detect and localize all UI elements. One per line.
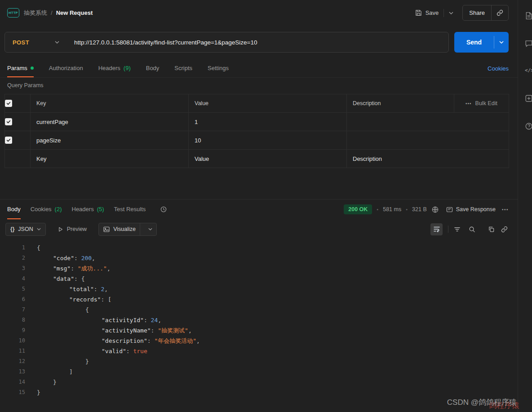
- line-number: 3: [0, 263, 25, 274]
- line-number: 9: [0, 325, 25, 336]
- code-line: 15}: [0, 387, 518, 398]
- send-label: Send: [454, 39, 494, 46]
- url-container: POST: [4, 32, 449, 53]
- tab-test-results-label: Test Results: [114, 206, 146, 213]
- code-line: 14}: [0, 377, 518, 387]
- related-requests-icon[interactable]: [525, 94, 532, 102]
- code-line: 10"description": "年会抽奖活动",: [0, 336, 518, 346]
- param-description-placeholder[interactable]: Description: [347, 150, 509, 168]
- params-active-dot: [31, 66, 34, 70]
- param-checkbox[interactable]: [5, 137, 12, 144]
- link-icon[interactable]: [501, 226, 508, 233]
- column-header-description: Description: [347, 94, 454, 113]
- preview-play-icon: [58, 226, 63, 232]
- param-key-placeholder[interactable]: Key: [31, 150, 189, 168]
- url-input[interactable]: [67, 39, 448, 46]
- method-chevron-icon: [55, 41, 59, 44]
- param-row: currentPage 1: [5, 113, 509, 131]
- param-description[interactable]: [347, 131, 509, 150]
- query-params-table: Key Value Description ••• Bulk Edit: [4, 94, 509, 168]
- breadcrumb-workspace[interactable]: 抽奖系统: [24, 9, 47, 17]
- main-pane: HTTP 抽奖系统 / New Request Save Share: [0, 0, 518, 398]
- save-divider: [443, 9, 444, 17]
- tab-response-headers[interactable]: Headers (5): [72, 199, 104, 219]
- column-header-value: Value: [189, 94, 347, 113]
- param-value-placeholder[interactable]: Value: [189, 150, 347, 168]
- share-button[interactable]: Share: [462, 5, 509, 21]
- visualize-label: Visualize: [113, 226, 136, 232]
- visualize-chevron-icon[interactable]: [144, 228, 156, 230]
- help-icon[interactable]: [525, 122, 532, 130]
- line-number: 6: [0, 294, 25, 305]
- response-time: 581 ms: [383, 206, 401, 213]
- send-button[interactable]: Send: [454, 32, 509, 53]
- comments-icon[interactable]: [525, 40, 532, 48]
- param-checkbox[interactable]: [5, 118, 12, 125]
- select-all-checkbox[interactable]: [5, 100, 12, 107]
- save-options-chevron-icon[interactable]: [449, 12, 453, 14]
- more-options-icon[interactable]: •••: [502, 207, 509, 212]
- code-line: 12}: [0, 356, 518, 367]
- tab-body[interactable]: Body: [146, 60, 160, 77]
- query-params-title: Query Params: [7, 82, 518, 89]
- status-badge[interactable]: 200 OK: [344, 204, 372, 214]
- filter-icon[interactable]: [454, 226, 461, 233]
- wrap-text-icon[interactable]: [430, 223, 443, 235]
- request-title[interactable]: New Request: [56, 9, 93, 16]
- param-value[interactable]: 10: [189, 131, 347, 150]
- bulk-edit-button[interactable]: ••• Bulk Edit: [458, 100, 505, 106]
- json-braces-icon: {}: [10, 226, 14, 232]
- method-dropdown[interactable]: POST: [5, 39, 67, 46]
- tab-test-results[interactable]: Test Results: [114, 199, 146, 219]
- code-line: 13]: [0, 367, 518, 377]
- cookies-link[interactable]: Cookies: [488, 65, 509, 72]
- line-number: 8: [0, 315, 25, 325]
- tab-response-body[interactable]: Body: [7, 199, 21, 219]
- line-number: 12: [0, 356, 25, 367]
- share-link-icon[interactable]: [492, 9, 508, 16]
- param-placeholder-row: Key Value Description: [5, 150, 509, 168]
- code-line: 3"msg": "成功...",: [0, 263, 518, 274]
- line-number: 14: [0, 377, 25, 387]
- tab-response-cookies-label: Cookies: [31, 206, 52, 213]
- network-globe-icon[interactable]: [431, 206, 439, 213]
- response-meta: 200 OK • 581 ms • 321 B Save Resp: [344, 204, 509, 214]
- headers-count: (9): [124, 65, 131, 71]
- body-format-dropdown[interactable]: {} JSON: [5, 223, 46, 236]
- save-button[interactable]: Save: [415, 9, 439, 16]
- send-options-chevron-icon[interactable]: [494, 41, 509, 44]
- tab-headers[interactable]: Headers (9): [98, 60, 131, 77]
- code-snippet-icon[interactable]: </>: [525, 67, 532, 73]
- tab-headers-label: Headers: [98, 65, 120, 71]
- tab-settings[interactable]: Settings: [208, 60, 229, 77]
- param-key[interactable]: currentPage: [31, 113, 189, 131]
- history-icon[interactable]: [160, 206, 167, 213]
- line-number: 4: [0, 274, 25, 284]
- response-body-json[interactable]: 1{ 2"code": 200, 3"msg": "成功...", 4"data…: [0, 239, 518, 398]
- tab-scripts[interactable]: Scripts: [174, 60, 192, 77]
- line-number: 5: [0, 284, 25, 294]
- code-line: 5"total": 2,: [0, 284, 518, 294]
- visualize-button[interactable]: Visualize: [98, 223, 157, 236]
- preview-button[interactable]: Preview: [58, 226, 87, 232]
- bulk-edit-label: Bulk Edit: [475, 100, 497, 106]
- tab-params[interactable]: Params: [7, 60, 34, 77]
- response-headers-count: (5): [97, 206, 104, 213]
- meta-separator-dot: •: [406, 207, 408, 212]
- search-icon[interactable]: [469, 226, 475, 233]
- tab-scripts-label: Scripts: [174, 65, 192, 71]
- documentation-icon[interactable]: [525, 12, 532, 20]
- param-key[interactable]: pageSize: [31, 131, 189, 150]
- tab-authorization[interactable]: Authorization: [49, 60, 83, 77]
- tab-response-cookies[interactable]: Cookies (2): [31, 199, 62, 219]
- format-label: JSON: [18, 226, 33, 232]
- breadcrumb-separator: /: [51, 9, 53, 16]
- param-description[interactable]: [347, 113, 509, 131]
- save-response-button[interactable]: Save Response: [446, 206, 496, 213]
- copy-icon[interactable]: [488, 226, 495, 233]
- param-value[interactable]: 1: [189, 113, 347, 131]
- response-tabs-row: Body Cookies (2) Headers (5) Test Result…: [0, 199, 518, 219]
- tab-body-label: Body: [146, 65, 160, 71]
- visualize-image-icon: [103, 226, 110, 232]
- column-header-key: Key: [31, 94, 189, 113]
